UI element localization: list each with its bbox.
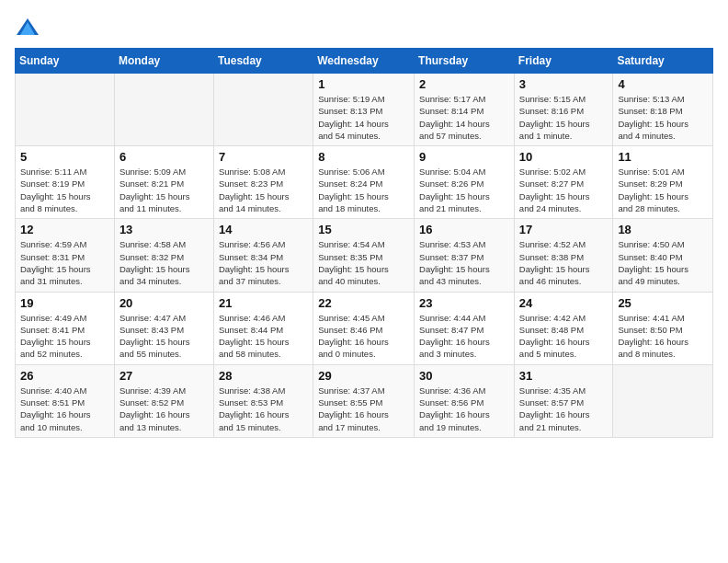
day-detail: Sunrise: 4:56 AMSunset: 8:34 PMDaylight:…: [219, 238, 308, 287]
day-cell: [16, 74, 115, 146]
header-cell-tuesday: Tuesday: [213, 49, 313, 74]
day-number: 6: [119, 150, 209, 164]
day-number: 14: [219, 223, 308, 236]
day-cell: 1Sunrise: 5:19 AMSunset: 8:13 PMDaylight…: [313, 74, 415, 146]
day-detail: Sunrise: 4:53 AMSunset: 8:37 PMDaylight:…: [419, 238, 509, 287]
day-detail: Sunrise: 4:42 AMSunset: 8:48 PMDaylight:…: [519, 312, 609, 361]
day-number: 9: [419, 150, 509, 164]
day-detail: Sunrise: 4:36 AMSunset: 8:56 PMDaylight:…: [419, 385, 509, 433]
day-cell: 5Sunrise: 5:11 AMSunset: 8:19 PMDaylight…: [16, 146, 115, 219]
day-detail: Sunrise: 4:54 AMSunset: 8:35 PMDaylight:…: [318, 238, 409, 287]
day-cell: 28Sunrise: 4:38 AMSunset: 8:53 PMDayligh…: [213, 364, 313, 437]
day-cell: 29Sunrise: 4:37 AMSunset: 8:55 PMDayligh…: [313, 364, 415, 437]
header-row: SundayMondayTuesdayWednesdayThursdayFrid…: [16, 49, 713, 74]
header-cell-thursday: Thursday: [415, 49, 515, 74]
day-detail: Sunrise: 5:11 AMSunset: 8:19 PMDaylight:…: [20, 166, 109, 214]
day-cell: 10Sunrise: 5:02 AMSunset: 8:27 PMDayligh…: [514, 146, 613, 219]
header-cell-monday: Monday: [114, 49, 213, 74]
header-cell-wednesday: Wednesday: [313, 49, 415, 74]
day-number: 1: [318, 77, 409, 91]
day-detail: Sunrise: 5:08 AMSunset: 8:23 PMDaylight:…: [219, 166, 308, 214]
day-number: 12: [20, 223, 109, 236]
page-header: [15, 15, 713, 40]
day-number: 7: [219, 150, 308, 164]
day-cell: 23Sunrise: 4:44 AMSunset: 8:47 PMDayligh…: [415, 292, 515, 364]
day-detail: Sunrise: 4:38 AMSunset: 8:53 PMDaylight:…: [219, 385, 308, 433]
day-cell: 31Sunrise: 4:35 AMSunset: 8:57 PMDayligh…: [514, 364, 613, 437]
day-number: 15: [318, 223, 409, 236]
day-cell: 4Sunrise: 5:13 AMSunset: 8:18 PMDaylight…: [613, 74, 713, 146]
week-row-1: 1Sunrise: 5:19 AMSunset: 8:13 PMDaylight…: [16, 74, 713, 146]
day-detail: Sunrise: 4:44 AMSunset: 8:47 PMDaylight:…: [419, 312, 509, 361]
day-detail: Sunrise: 4:47 AMSunset: 8:43 PMDaylight:…: [119, 312, 209, 361]
day-number: 13: [119, 223, 209, 236]
day-cell: 20Sunrise: 4:47 AMSunset: 8:43 PMDayligh…: [114, 292, 213, 364]
day-number: 24: [519, 296, 609, 310]
week-row-2: 5Sunrise: 5:11 AMSunset: 8:19 PMDaylight…: [16, 146, 713, 219]
calendar-table: SundayMondayTuesdayWednesdayThursdayFrid…: [15, 48, 713, 438]
day-cell: 7Sunrise: 5:08 AMSunset: 8:23 PMDaylight…: [213, 146, 313, 219]
day-detail: Sunrise: 5:09 AMSunset: 8:21 PMDaylight:…: [119, 166, 209, 214]
day-number: 19: [20, 296, 109, 310]
day-detail: Sunrise: 4:52 AMSunset: 8:38 PMDaylight:…: [519, 238, 609, 287]
day-number: 22: [318, 296, 409, 310]
day-number: 10: [519, 150, 609, 164]
day-cell: 15Sunrise: 4:54 AMSunset: 8:35 PMDayligh…: [313, 219, 415, 292]
day-cell: 19Sunrise: 4:49 AMSunset: 8:41 PMDayligh…: [16, 292, 115, 364]
day-detail: Sunrise: 4:40 AMSunset: 8:51 PMDaylight:…: [20, 385, 109, 433]
day-number: 17: [519, 223, 609, 236]
day-detail: Sunrise: 5:01 AMSunset: 8:29 PMDaylight:…: [618, 166, 708, 214]
day-number: 11: [618, 150, 708, 164]
day-detail: Sunrise: 5:02 AMSunset: 8:27 PMDaylight:…: [519, 166, 609, 214]
week-row-3: 12Sunrise: 4:59 AMSunset: 8:31 PMDayligh…: [16, 219, 713, 292]
day-number: 25: [618, 296, 708, 310]
day-detail: Sunrise: 4:45 AMSunset: 8:46 PMDaylight:…: [318, 312, 409, 361]
day-cell: [613, 364, 713, 437]
day-detail: Sunrise: 4:46 AMSunset: 8:44 PMDaylight:…: [219, 312, 308, 361]
day-number: 4: [618, 77, 708, 91]
day-detail: Sunrise: 4:58 AMSunset: 8:32 PMDaylight:…: [119, 238, 209, 287]
day-number: 3: [519, 77, 609, 91]
day-detail: Sunrise: 4:49 AMSunset: 8:41 PMDaylight:…: [20, 312, 109, 361]
day-cell: 30Sunrise: 4:36 AMSunset: 8:56 PMDayligh…: [415, 364, 515, 437]
day-cell: 6Sunrise: 5:09 AMSunset: 8:21 PMDaylight…: [114, 146, 213, 219]
day-cell: 13Sunrise: 4:58 AMSunset: 8:32 PMDayligh…: [114, 219, 213, 292]
day-detail: Sunrise: 4:59 AMSunset: 8:31 PMDaylight:…: [20, 238, 109, 287]
day-detail: Sunrise: 5:19 AMSunset: 8:13 PMDaylight:…: [318, 93, 409, 142]
day-cell: 9Sunrise: 5:04 AMSunset: 8:26 PMDaylight…: [415, 146, 515, 219]
day-cell: 11Sunrise: 5:01 AMSunset: 8:29 PMDayligh…: [613, 146, 713, 219]
day-cell: 24Sunrise: 4:42 AMSunset: 8:48 PMDayligh…: [514, 292, 613, 364]
day-detail: Sunrise: 4:37 AMSunset: 8:55 PMDaylight:…: [318, 385, 409, 433]
day-cell: 2Sunrise: 5:17 AMSunset: 8:14 PMDaylight…: [415, 74, 515, 146]
day-cell: 12Sunrise: 4:59 AMSunset: 8:31 PMDayligh…: [16, 219, 115, 292]
day-detail: Sunrise: 4:50 AMSunset: 8:40 PMDaylight:…: [618, 238, 708, 287]
day-cell: 18Sunrise: 4:50 AMSunset: 8:40 PMDayligh…: [613, 219, 713, 292]
day-cell: 26Sunrise: 4:40 AMSunset: 8:51 PMDayligh…: [16, 364, 115, 437]
day-number: 5: [20, 150, 109, 164]
day-number: 31: [519, 369, 609, 383]
logo: [15, 15, 44, 40]
day-number: 28: [219, 369, 308, 383]
header-cell-friday: Friday: [514, 49, 613, 74]
day-detail: Sunrise: 4:39 AMSunset: 8:52 PMDaylight:…: [119, 385, 209, 433]
week-row-5: 26Sunrise: 4:40 AMSunset: 8:51 PMDayligh…: [16, 364, 713, 437]
day-number: 30: [419, 369, 509, 383]
day-detail: Sunrise: 4:41 AMSunset: 8:50 PMDaylight:…: [618, 312, 708, 361]
day-number: 16: [419, 223, 509, 236]
day-number: 21: [219, 296, 308, 310]
day-number: 29: [318, 369, 409, 383]
day-number: 20: [119, 296, 209, 310]
day-cell: 3Sunrise: 5:15 AMSunset: 8:16 PMDaylight…: [514, 74, 613, 146]
day-cell: 22Sunrise: 4:45 AMSunset: 8:46 PMDayligh…: [313, 292, 415, 364]
day-number: 2: [419, 77, 509, 91]
day-cell: 17Sunrise: 4:52 AMSunset: 8:38 PMDayligh…: [514, 219, 613, 292]
day-number: 18: [618, 223, 708, 236]
day-number: 27: [119, 369, 209, 383]
day-detail: Sunrise: 5:17 AMSunset: 8:14 PMDaylight:…: [419, 93, 509, 142]
day-cell: 14Sunrise: 4:56 AMSunset: 8:34 PMDayligh…: [213, 219, 313, 292]
day-cell: 8Sunrise: 5:06 AMSunset: 8:24 PMDaylight…: [313, 146, 415, 219]
logo-icon: [15, 15, 40, 40]
day-detail: Sunrise: 5:13 AMSunset: 8:18 PMDaylight:…: [618, 93, 708, 142]
header-cell-sunday: Sunday: [16, 49, 115, 74]
day-detail: Sunrise: 5:04 AMSunset: 8:26 PMDaylight:…: [419, 166, 509, 214]
